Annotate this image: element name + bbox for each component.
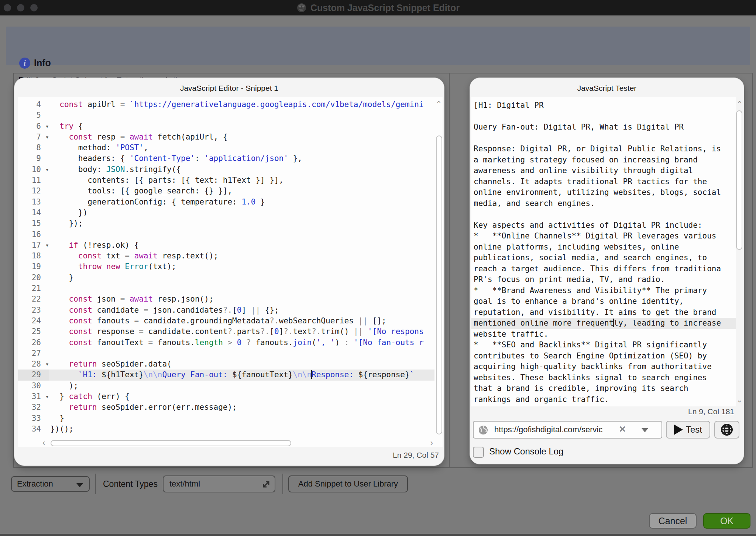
test-url-input[interactable]: https://gofishdigital.com/servic ✕ xyxy=(473,421,662,439)
code-line[interactable] xyxy=(49,283,434,294)
extraction-mode-select[interactable]: Extraction xyxy=(11,476,90,492)
tester-line[interactable] xyxy=(471,133,736,144)
code-line[interactable]: const json = await resp.json(); xyxy=(49,294,434,305)
tester-line[interactable] xyxy=(471,111,736,122)
tester-line[interactable]: a marketing strategy focused on increasi… xyxy=(471,155,736,166)
ok-button[interactable]: OK xyxy=(703,513,750,529)
add-snippet-to-user-library-button[interactable]: Add Snippet to User Library xyxy=(288,475,408,492)
code-line[interactable]: method: 'POST', xyxy=(49,142,434,153)
editor-code[interactable]: const apiUrl = `https://generativelangua… xyxy=(49,99,434,438)
code-line[interactable]: } xyxy=(49,272,434,283)
code-line[interactable]: body: JSON.stringify({ xyxy=(49,164,434,175)
fold-marker-icon[interactable]: ▾ xyxy=(46,132,48,142)
code-line[interactable]: const candidate = json.candidates?.[0] |… xyxy=(49,305,434,316)
code-line[interactable] xyxy=(49,110,434,121)
code-line[interactable]: generationConfig: { temperature: 1.0 } xyxy=(49,197,434,207)
javascript-editor-card: JavaScript Editor - Snippet 1 456▾7▾8910… xyxy=(14,78,444,466)
info-banner-title: Info xyxy=(34,58,51,68)
show-console-log-checkbox[interactable] xyxy=(473,447,484,458)
cancel-button[interactable]: Cancel xyxy=(649,513,697,529)
url-dropdown-icon[interactable] xyxy=(642,428,648,432)
tester-line[interactable]: channels. It adapts traditional PR tacti… xyxy=(471,176,736,188)
editor-vertical-scrollbar[interactable] xyxy=(436,135,442,434)
code-line[interactable]: const fanoutText = fanouts.length > 0 ? … xyxy=(49,337,434,348)
code-line[interactable]: contents: [{ parts: [{ text: h1Text }] }… xyxy=(49,175,434,186)
tester-line[interactable]: * **Brand Awareness and Visibility** The… xyxy=(471,285,736,296)
code-line[interactable] xyxy=(49,229,434,240)
editor-scroll-up-icon[interactable]: ⌃ xyxy=(436,100,442,107)
tester-line[interactable]: publications, social media, and search e… xyxy=(471,252,736,264)
tester-line[interactable]: * **SEO and Backlinks** Digital PR signi… xyxy=(471,340,736,351)
tester-line[interactable]: [H1: Digital PR xyxy=(471,100,736,111)
tester-output-area[interactable]: [H1: Digital PRQuery Fan-out: Digital PR… xyxy=(471,97,736,406)
panel-split-divider[interactable] xyxy=(449,73,450,468)
code-line[interactable]: const fanouts = candidate.groundingMetad… xyxy=(49,316,434,326)
tester-line[interactable]: reputation, and visibility. It aims to g… xyxy=(471,307,736,318)
code-line[interactable] xyxy=(49,348,434,359)
tester-line[interactable]: rankings and organic traffic. xyxy=(471,394,736,405)
tester-line[interactable]: contributes to Search Engine Optimizatio… xyxy=(471,351,736,362)
clear-url-icon[interactable]: ✕ xyxy=(619,424,626,434)
code-line[interactable]: } catch (err) { xyxy=(49,391,434,402)
cancel-button-label: Cancel xyxy=(659,516,687,526)
code-line[interactable]: throw new Error(txt); xyxy=(49,261,434,272)
editor-scroll-right-icon[interactable]: › xyxy=(430,438,433,447)
javascript-tester-card: JavaScript Tester [H1: Digital PRQuery F… xyxy=(470,78,744,464)
code-line[interactable]: try { xyxy=(49,121,434,132)
ok-button-label: OK xyxy=(720,516,733,526)
tester-line[interactable]: acquiring high-quality backlinks from au… xyxy=(471,361,736,372)
fold-marker-icon[interactable]: ▾ xyxy=(46,240,48,251)
code-line[interactable]: } xyxy=(49,413,434,424)
code-line[interactable]: const txt = await resp.text(); xyxy=(49,251,434,261)
tester-line[interactable]: online platforms, including websites, on… xyxy=(471,242,736,253)
code-line[interactable]: if (!resp.ok) { xyxy=(49,240,434,251)
fold-marker-icon[interactable]: ▾ xyxy=(46,359,48,370)
tester-line[interactable]: Key aspects and activities of Digital PR… xyxy=(471,220,736,231)
tester-line[interactable] xyxy=(471,209,736,220)
fold-marker-icon[interactable]: ▾ xyxy=(46,164,48,175)
editor-scroll-left-icon[interactable]: ‹ xyxy=(42,438,45,447)
tester-line[interactable]: media, and search engines. xyxy=(471,198,736,209)
tester-line[interactable]: awareness and online visibility through … xyxy=(471,165,736,176)
tester-line[interactable]: Query Fan-out: Digital PR, What is Digit… xyxy=(471,122,736,133)
window-title: Custom JavaScript Snippet Editor xyxy=(310,3,460,13)
tester-line[interactable]: PR's focus on print media, TV, and radio… xyxy=(471,274,736,285)
code-line[interactable]: tools: [{ google_search: {} }], xyxy=(49,186,434,196)
tester-line[interactable]: that a brand is credible, improving its … xyxy=(471,383,736,394)
code-line[interactable]: const response = candidate.content?.part… xyxy=(49,326,434,337)
gutter-line-number: 4 xyxy=(18,99,49,110)
tester-line[interactable]: mentioned online more frequently, leadin… xyxy=(471,318,736,329)
code-line[interactable]: })(); xyxy=(49,424,434,434)
code-editor-area[interactable]: 456▾7▾8910▾11121314151617▾18192021222324… xyxy=(18,97,443,447)
content-types-input[interactable]: text/html xyxy=(163,475,275,492)
tester-title: JavaScript Tester xyxy=(470,84,744,93)
tester-line[interactable]: website traffic. xyxy=(471,329,736,340)
test-button[interactable]: Test xyxy=(666,421,710,439)
tester-line[interactable]: goal is to enhance a brand's online iden… xyxy=(471,296,736,307)
gutter-line-number: 18 xyxy=(18,251,49,261)
custom-js-snippet-editor-window: { "window": { "title": "Custom JavaScrip… xyxy=(0,0,756,536)
code-line[interactable]: const resp = await fetch(apiUrl, { xyxy=(49,132,434,142)
tester-line[interactable]: reach a target audience. This differs fr… xyxy=(471,264,736,275)
fold-marker-icon[interactable]: ▾ xyxy=(46,121,48,132)
code-line[interactable]: return seoSpider.data( xyxy=(49,359,434,370)
editor-horizontal-scrollbar[interactable] xyxy=(51,440,291,446)
gutter-line-number: 27 xyxy=(18,348,49,359)
code-line[interactable]: ); xyxy=(49,381,434,391)
tester-line[interactable]: websites. These backlinks signal to sear… xyxy=(471,372,736,384)
tester-line[interactable]: * **Online Channels** Digital PR leverag… xyxy=(471,231,736,242)
code-line[interactable]: }) xyxy=(49,207,434,218)
open-in-browser-button[interactable] xyxy=(714,421,739,439)
expand-icon[interactable] xyxy=(261,480,271,489)
tester-line[interactable]: online environment, utilizing websites, … xyxy=(471,187,736,198)
code-line[interactable]: headers: { 'Content-Type': 'application/… xyxy=(49,153,434,164)
code-line[interactable]: }); xyxy=(49,218,434,229)
tester-scroll-up-icon[interactable]: ⌃ xyxy=(736,100,743,107)
tester-scroll-down-icon[interactable]: ⌄ xyxy=(736,396,743,403)
tester-line[interactable]: Response: Digital PR, or Digital Public … xyxy=(471,144,736,155)
tester-vertical-scrollbar[interactable] xyxy=(736,110,742,250)
code-line[interactable]: return seoSpider.error(err.message); xyxy=(49,402,434,413)
code-line[interactable]: `H1: ${h1Text}\n\nQuery Fan-out: ${fanou… xyxy=(49,370,434,380)
code-line[interactable]: const apiUrl = `https://generativelangua… xyxy=(49,99,434,110)
fold-marker-icon[interactable]: ▾ xyxy=(46,391,48,402)
